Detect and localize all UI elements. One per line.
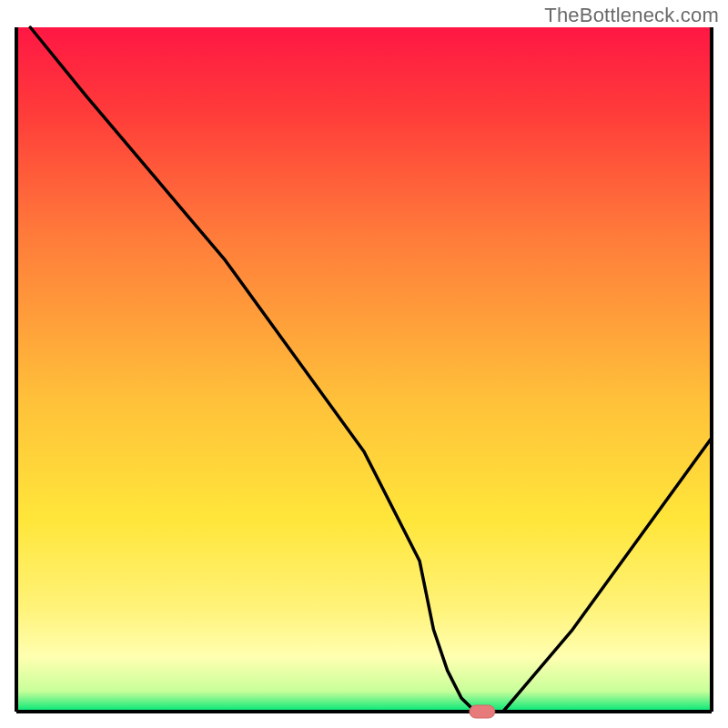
chart-svg	[0, 0, 728, 728]
watermark-text: TheBottleneck.com	[544, 4, 719, 27]
plot-area	[16, 27, 712, 712]
optimal-marker	[470, 705, 495, 718]
bottleneck-chart: TheBottleneck.com	[0, 0, 728, 728]
